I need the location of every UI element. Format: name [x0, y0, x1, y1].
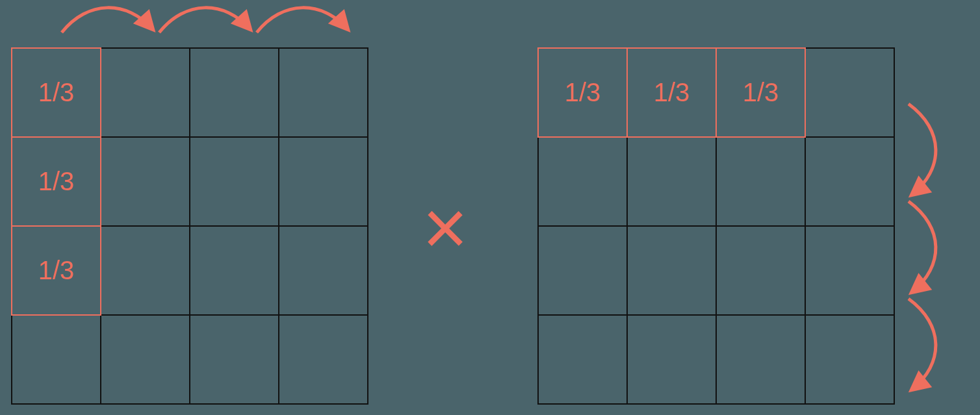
- right-cell-r3c3: [805, 314, 896, 405]
- left-cell-r1c2: [189, 136, 280, 227]
- left-cell-r1c3: [278, 136, 369, 227]
- right-cell-r1c1: [626, 136, 717, 227]
- right-matrix: 1/3 1/3 1/3: [538, 48, 894, 404]
- left-cell-r3c3: [278, 314, 369, 405]
- left-cell-r2c2: [189, 225, 280, 316]
- left-cell-r0c0: 1/3: [11, 47, 102, 138]
- matrix-convolution-diagram: 1/3 1/3 1/3 × 1/3 1/3 1/3: [0, 0, 980, 415]
- left-cell-r0c3: [278, 47, 369, 138]
- right-cell-r0c1: 1/3: [626, 47, 717, 138]
- left-cell-r1c0: 1/3: [11, 136, 102, 227]
- right-cell-r1c3: [805, 136, 896, 227]
- right-cell-r0c3: [805, 47, 896, 138]
- right-cell-r2c1: [626, 225, 717, 316]
- left-cell-r0c1: [100, 47, 191, 138]
- left-matrix: 1/3 1/3 1/3: [12, 48, 368, 404]
- left-cell-r1c1: [100, 136, 191, 227]
- left-cell-r3c2: [189, 314, 280, 405]
- left-cell-r2c0: 1/3: [11, 225, 102, 316]
- arrows-right: [902, 97, 948, 403]
- left-cell-r3c0: [11, 314, 102, 405]
- left-cell-r2c3: [278, 225, 369, 316]
- left-cell-r0c2: [189, 47, 280, 138]
- right-cell-r0c0: 1/3: [537, 47, 628, 138]
- right-cell-r1c0: [537, 136, 628, 227]
- right-cell-r2c0: [537, 225, 628, 316]
- right-cell-r3c0: [537, 314, 628, 405]
- right-cell-r3c1: [626, 314, 717, 405]
- right-cell-r2c3: [805, 225, 896, 316]
- multiply-operator: ×: [422, 188, 468, 266]
- right-cell-r3c2: [716, 314, 806, 405]
- right-cell-r1c2: [716, 136, 806, 227]
- arrows-top: [55, 0, 354, 39]
- right-cell-r2c2: [716, 225, 806, 316]
- left-cell-r2c1: [100, 225, 191, 316]
- left-cell-r3c1: [100, 314, 191, 405]
- right-cell-r0c2: 1/3: [716, 47, 806, 138]
